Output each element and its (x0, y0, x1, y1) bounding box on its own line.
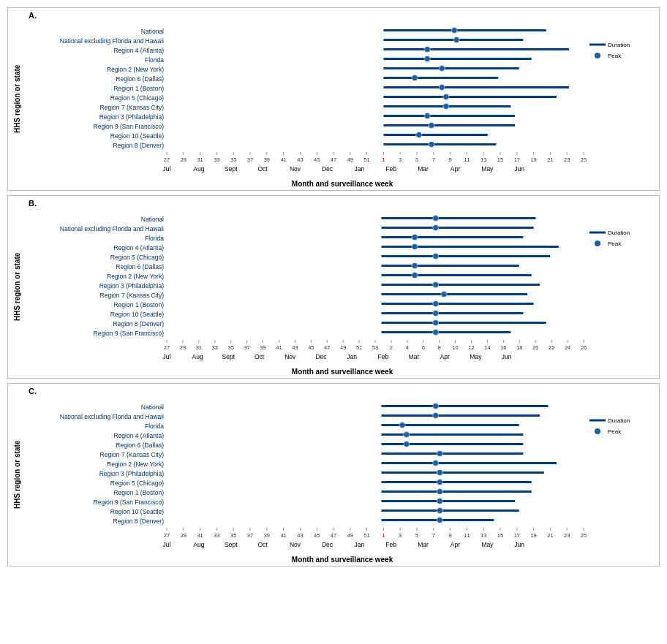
svg-text:National excluding Florida and: National excluding Florida and Hawaii (60, 37, 164, 45)
svg-text:National: National (141, 28, 164, 35)
svg-text:17: 17 (514, 532, 520, 539)
svg-text:Nov: Nov (290, 541, 301, 548)
svg-text:Region 2 (New York): Region 2 (New York) (107, 66, 164, 73)
svg-text:National: National (141, 216, 164, 223)
svg-text:Oct: Oct (255, 353, 265, 360)
svg-text:49: 49 (347, 532, 353, 539)
main-container: HHS region or stateA.NationalNational ex… (0, 0, 667, 578)
x-axis-label: Month and surveillance week (29, 556, 656, 566)
svg-point-148 (595, 240, 600, 246)
svg-text:Region 10 (Seattle): Region 10 (Seattle) (110, 508, 164, 515)
svg-text:41: 41 (280, 532, 286, 539)
svg-text:51: 51 (356, 344, 362, 351)
svg-text:3: 3 (399, 532, 402, 539)
svg-text:27: 27 (164, 344, 170, 351)
svg-text:23: 23 (564, 532, 570, 539)
svg-text:National excluding Florida and: National excluding Florida and Hawaii (60, 413, 164, 420)
svg-text:45: 45 (314, 532, 320, 539)
svg-point-2 (451, 28, 457, 34)
svg-text:Oct: Oct (257, 541, 268, 548)
svg-text:Region 7 (Kansas City): Region 7 (Kansas City) (100, 451, 165, 458)
svg-point-11 (424, 56, 430, 62)
svg-text:Dec: Dec (322, 541, 334, 548)
svg-text:12: 12 (468, 344, 474, 351)
svg-text:39: 39 (264, 532, 270, 539)
svg-point-124 (412, 263, 418, 269)
svg-text:29: 29 (180, 344, 186, 351)
svg-text:9: 9 (449, 532, 452, 539)
svg-text:May: May (470, 353, 482, 360)
svg-text:Nov: Nov (284, 353, 296, 360)
svg-text:41: 41 (280, 156, 286, 163)
svg-text:Region 9 (San Francisco): Region 9 (San Francisco) (94, 330, 165, 337)
svg-point-35 (416, 132, 422, 138)
svg-text:Region 9 (San Francisco): Region 9 (San Francisco) (94, 499, 165, 506)
svg-point-121 (433, 254, 439, 260)
svg-text:33: 33 (212, 344, 218, 351)
svg-text:Sept: Sept (225, 541, 238, 548)
svg-point-32 (429, 123, 434, 129)
svg-text:Region 8 (Denver): Region 8 (Denver) (113, 142, 165, 149)
svg-text:Oct: Oct (257, 165, 268, 173)
svg-text:Mar: Mar (418, 165, 429, 173)
svg-text:51: 51 (363, 532, 369, 539)
svg-point-26 (443, 104, 449, 110)
svg-point-5 (453, 37, 459, 43)
svg-text:Mar: Mar (409, 353, 420, 360)
svg-text:31: 31 (197, 532, 203, 539)
svg-text:Region 1 (Boston): Region 1 (Boston) (113, 301, 164, 308)
svg-point-112 (433, 225, 439, 231)
svg-text:Florida: Florida (145, 56, 164, 64)
svg-text:23: 23 (564, 156, 570, 163)
svg-point-118 (412, 244, 418, 250)
svg-text:8: 8 (438, 344, 441, 351)
svg-text:Region 9 (San Francisco): Region 9 (San Francisco) (94, 123, 165, 130)
svg-point-224 (399, 423, 405, 428)
svg-text:39: 39 (264, 156, 270, 163)
svg-point-221 (433, 413, 439, 419)
svg-point-142 (433, 320, 439, 326)
svg-point-29 (424, 113, 430, 119)
svg-text:1: 1 (382, 532, 385, 539)
svg-text:Peak: Peak (608, 240, 622, 247)
svg-text:13: 13 (481, 532, 486, 539)
svg-text:22: 22 (549, 344, 554, 351)
svg-text:26: 26 (581, 344, 587, 351)
svg-text:5: 5 (415, 156, 418, 163)
svg-text:Region 6 (Dallas): Region 6 (Dallas) (116, 442, 164, 449)
svg-text:37: 37 (247, 156, 253, 163)
svg-text:Region 6 (Dallas): Region 6 (Dallas) (116, 75, 164, 83)
svg-text:2: 2 (390, 344, 393, 351)
svg-text:National excluding Florida and: National excluding Florida and Hawaii (60, 225, 164, 232)
svg-text:13: 13 (481, 156, 486, 163)
svg-point-233 (437, 451, 442, 457)
svg-text:45: 45 (308, 344, 314, 351)
svg-text:Jan: Jan (354, 541, 364, 548)
panel-label: A. (29, 11, 656, 20)
x-axis-label: Month and surveillance week (29, 180, 656, 190)
svg-text:10: 10 (452, 344, 458, 351)
svg-text:Apr: Apr (440, 353, 450, 360)
svg-point-227 (404, 432, 410, 438)
svg-text:37: 37 (244, 344, 249, 351)
svg-text:9: 9 (449, 156, 452, 163)
svg-text:17: 17 (514, 156, 520, 163)
svg-text:41: 41 (276, 344, 282, 351)
svg-text:Duration: Duration (608, 417, 630, 424)
svg-text:47: 47 (331, 532, 336, 539)
svg-text:Florida: Florida (145, 235, 164, 242)
svg-text:Mar: Mar (418, 541, 429, 548)
svg-text:Florida: Florida (145, 423, 164, 430)
svg-text:43: 43 (297, 532, 303, 539)
svg-text:Jun: Jun (514, 165, 524, 173)
svg-text:Region 10 (Seattle): Region 10 (Seattle) (110, 311, 164, 318)
svg-text:May: May (481, 541, 494, 548)
svg-text:Jul: Jul (163, 353, 171, 360)
svg-text:Aug: Aug (192, 353, 203, 360)
svg-text:15: 15 (497, 156, 503, 163)
svg-point-218 (433, 404, 439, 409)
svg-text:29: 29 (181, 156, 186, 163)
svg-text:Region 2 (New York): Region 2 (New York) (107, 461, 164, 468)
svg-text:Dec: Dec (322, 165, 334, 173)
svg-point-133 (441, 292, 447, 298)
